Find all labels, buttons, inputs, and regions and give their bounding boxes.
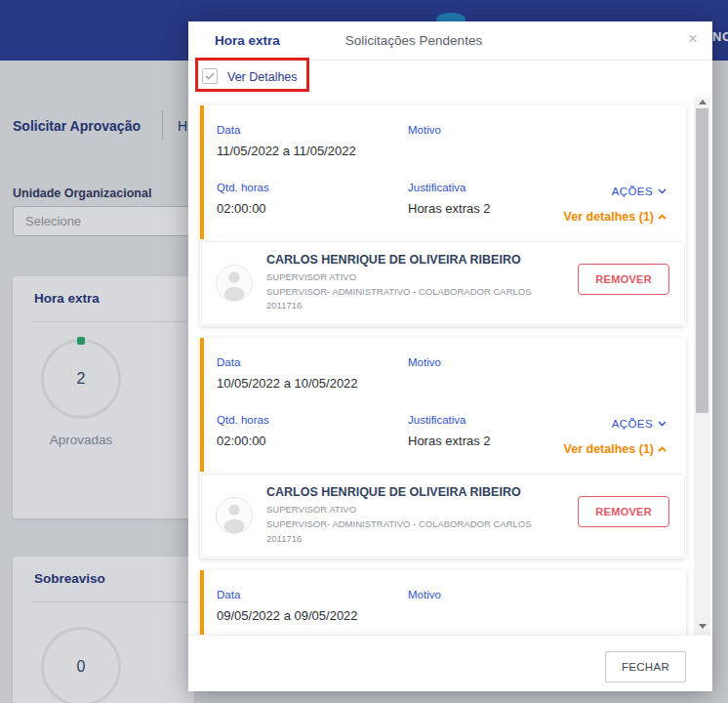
motivo-label: Motivo	[408, 356, 564, 368]
person-id: 2011716	[266, 299, 532, 313]
ver-detalhes-checkbox[interactable]	[202, 68, 218, 84]
request-summary: Data 10/05/2022 a 10/05/2022 Motivo Qtd.…	[200, 338, 686, 472]
data-label: Data	[217, 589, 408, 600]
person-info: CARLOS HENRIQUE DE OLIVEIRA RIBEIRO SUPE…	[266, 485, 532, 546]
qtd-field: Qtd. horas 02:00:00	[217, 182, 408, 224]
avatar	[216, 497, 253, 534]
motivo-field: Motivo	[408, 589, 569, 623]
requests-list: Data 11/05/2022 a 11/05/2022 Motivo Qtd.…	[188, 98, 712, 635]
request-card: Data 11/05/2022 a 11/05/2022 Motivo Qtd.…	[200, 105, 686, 326]
modal-tab-bar: Hora extra Solicitações Pendentes ×	[188, 21, 712, 61]
request-summary: Data 09/05/2022 a 09/05/2022 Motivo Qtd.…	[200, 570, 686, 635]
data-value: 10/05/2022 a 10/05/2022	[217, 376, 408, 391]
ver-detalhes-link[interactable]: Ver detalhes (1)	[564, 442, 667, 456]
chevron-up-icon	[658, 446, 667, 452]
actions-cell: AÇÕES Ver detalhes (1)	[564, 182, 667, 224]
data-value: 09/05/2022 a 09/05/2022	[217, 608, 408, 623]
data-field: Data 10/05/2022 a 10/05/2022	[217, 356, 408, 391]
ver-detalhes-checkbox-label: Ver Detalhes	[227, 70, 298, 84]
request-card: Data 10/05/2022 a 10/05/2022 Motivo Qtd.…	[200, 338, 686, 558]
motivo-label: Motivo	[408, 589, 569, 600]
ver-detalhes-link-label: Ver detalhes (1)	[564, 442, 654, 456]
motivo-field: Motivo	[408, 124, 564, 158]
person-info: CARLOS HENRIQUE DE OLIVEIRA RIBEIRO SUPE…	[266, 253, 532, 313]
tab-hora-extra[interactable]: Hora extra	[215, 33, 280, 48]
scroll-down-arrow[interactable]	[694, 619, 710, 633]
scroll-up-arrow[interactable]	[694, 98, 710, 108]
chevron-down-icon	[658, 188, 667, 194]
acoes-label: AÇÕES	[612, 418, 653, 430]
justificativa-label: Justificativa	[408, 182, 564, 193]
modal-footer: FECHAR	[188, 635, 712, 691]
motivo-value	[408, 608, 569, 623]
motivo-label: Motivo	[408, 124, 564, 136]
request-details: CARLOS HENRIQUE DE OLIVEIRA RIBEIRO SUPE…	[200, 472, 686, 558]
tab-solicitacoes-pendentes[interactable]: Solicitações Pendentes	[345, 33, 482, 48]
person-icon	[217, 265, 252, 301]
ver-detalhes-row: Ver Detalhes	[188, 61, 712, 98]
avatar	[216, 265, 253, 302]
justificativa-field: Justificativa Horas extras 2	[408, 414, 564, 456]
qtd-horas-value: 02:00:00	[217, 434, 408, 448]
check-icon	[205, 72, 215, 80]
data-label: Data	[217, 124, 408, 136]
justificativa-label: Justificativa	[408, 414, 564, 426]
motivo-value	[408, 376, 564, 391]
qtd-field: Qtd. horas 02:00:00	[217, 414, 408, 456]
data-value: 11/05/2022 a 11/05/2022	[217, 144, 408, 158]
data-label: Data	[217, 356, 408, 368]
triangle-down-icon	[699, 624, 707, 629]
chevron-up-icon	[658, 214, 667, 220]
person-department: SUPERVISOR- ADMINISTRATIVO - COLABORADOR…	[266, 517, 532, 532]
spacer	[569, 589, 667, 623]
qtd-horas-label: Qtd. horas	[217, 414, 408, 426]
person-role: SUPERVISOR ATIVO	[266, 503, 532, 517]
remover-button[interactable]: REMOVER	[578, 496, 669, 527]
fechar-button[interactable]: FECHAR	[605, 651, 686, 682]
request-summary: Data 11/05/2022 a 11/05/2022 Motivo Qtd.…	[200, 105, 686, 239]
justificativa-value: Horas extras 2	[408, 201, 564, 216]
modal-scrollbar[interactable]	[694, 98, 710, 635]
person-id: 2011716	[266, 532, 532, 547]
scrollbar-thumb[interactable]	[696, 108, 708, 413]
person-department: SUPERVISOR- ADMINISTRATIVO - COLABORADOR…	[266, 285, 532, 300]
hora-extra-modal: Hora extra Solicitações Pendentes × Ver …	[188, 21, 712, 691]
justificativa-field: Justificativa Horas extras 2	[408, 182, 564, 224]
person-card: CARLOS HENRIQUE DE OLIVEIRA RIBEIRO SUPE…	[201, 474, 685, 558]
motivo-field: Motivo	[408, 356, 564, 391]
actions-cell: AÇÕES Ver detalhes (1)	[564, 414, 667, 456]
person-icon	[217, 497, 252, 533]
qtd-horas-label: Qtd. horas	[217, 182, 408, 193]
qtd-horas-value: 02:00:00	[217, 201, 408, 216]
person-name: CARLOS HENRIQUE DE OLIVEIRA RIBEIRO	[266, 485, 532, 499]
acoes-dropdown[interactable]: AÇÕES	[612, 186, 667, 197]
justificativa-value: Horas extras 2	[408, 434, 564, 448]
remover-button[interactable]: REMOVER	[578, 264, 669, 295]
ver-detalhes-link-label: Ver detalhes (1)	[564, 210, 654, 224]
person-role: SUPERVISOR ATIVO	[266, 270, 532, 285]
chevron-down-icon	[658, 421, 667, 427]
motivo-value	[408, 144, 564, 158]
data-field: Data 09/05/2022 a 09/05/2022	[217, 589, 408, 623]
ver-detalhes-link[interactable]: Ver detalhes (1)	[564, 210, 667, 224]
acoes-label: AÇÕES	[612, 186, 653, 197]
request-card: Data 09/05/2022 a 09/05/2022 Motivo Qtd.…	[200, 570, 686, 635]
request-details: CARLOS HENRIQUE DE OLIVEIRA RIBEIRO SUPE…	[200, 239, 686, 326]
data-field: Data 11/05/2022 a 11/05/2022	[217, 124, 408, 158]
person-card: CARLOS HENRIQUE DE OLIVEIRA RIBEIRO SUPE…	[201, 241, 685, 325]
spacer	[564, 124, 667, 158]
triangle-up-icon	[699, 100, 707, 104]
acoes-dropdown[interactable]: AÇÕES	[612, 418, 667, 430]
close-icon[interactable]: ×	[688, 30, 698, 47]
spacer	[564, 356, 667, 391]
person-name: CARLOS HENRIQUE DE OLIVEIRA RIBEIRO	[266, 253, 532, 267]
